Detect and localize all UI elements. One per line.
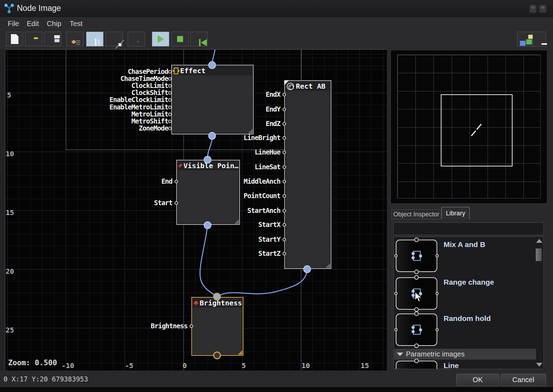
resize-grip[interactable] [326,263,330,268]
menu-file[interactable]: File [8,20,19,28]
input-pin[interactable] [174,201,178,205]
resize-grip[interactable] [248,129,253,133]
node-body [173,75,252,133]
library-item-thumbnail[interactable] [396,314,437,346]
library-item-thumbnail[interactable] [396,240,437,272]
flow-port-in[interactable] [213,293,221,301]
input-label: PointCount [244,192,280,200]
remove-button[interactable] [533,32,546,46]
layers-button[interactable] [517,32,534,46]
input-pin[interactable] [168,84,172,88]
stop-button[interactable] [171,32,189,46]
library-search-input[interactable] [393,222,544,235]
preview-grid [397,55,541,198]
new-file-button[interactable] [6,32,23,46]
library-item-label[interactable]: Mix A and B [444,240,485,249]
wizard-button[interactable] [66,32,83,46]
grid-toggle-button[interactable] [86,32,103,46]
input-pin[interactable] [168,113,172,116]
y-tick: 20 [6,267,14,276]
resize-grip[interactable] [238,350,242,355]
input-pin[interactable] [168,106,172,109]
library-section-parametric-images[interactable]: Parametric images [394,349,536,360]
node-title: Effect [180,67,205,75]
input-label: LineHue [255,148,280,156]
library-scrollbar[interactable] [535,237,543,369]
input-pin[interactable] [282,238,286,241]
play-button[interactable] [152,32,169,46]
thumb-port-icon [414,311,419,316]
input-label: End [161,177,172,185]
input-pin[interactable] [190,324,193,328]
input-pin[interactable] [282,165,286,169]
thumb-port-icon [436,292,439,295]
input-label: EnableMetroLimit [109,103,168,111]
flow-port-out[interactable] [303,265,311,273]
flow-port-in[interactable] [208,61,216,69]
input-pin[interactable] [282,252,286,255]
flow-port-out[interactable] [204,221,211,229]
thumb-port-icon [414,359,419,363]
input-pin[interactable] [168,98,172,102]
input-pin[interactable] [282,108,286,111]
input-pin[interactable] [282,136,286,140]
flow-port-out[interactable] [213,352,221,359]
window-control-icon[interactable] [529,5,536,13]
scroll-down-icon[interactable] [536,363,542,367]
menu-test[interactable]: Test [70,20,83,28]
tab-object-inspector[interactable]: Object Inspector [392,209,441,219]
input-label: ChasePeriod [128,68,168,75]
input-pin[interactable] [282,223,286,227]
library-item-label[interactable]: Line [444,361,459,369]
flow-port-out[interactable] [208,132,216,140]
library-item-label[interactable]: Range change [444,278,494,286]
cancel-button[interactable]: Cancel [501,374,546,386]
input-pin[interactable] [282,209,286,213]
node-body [178,170,238,223]
scrollbar-thumb[interactable] [535,248,542,261]
menu-chip[interactable]: Chip [47,20,61,28]
target-icon [287,83,294,90]
input-pin[interactable] [168,120,172,123]
input-pin[interactable] [282,194,286,198]
input-pin[interactable] [168,127,172,130]
input-pin[interactable] [282,180,286,183]
node-effect[interactable]: Effect [171,65,254,134]
input-pin[interactable] [282,93,286,96]
resize-grip[interactable] [234,219,239,224]
input-pin[interactable] [174,180,178,183]
input-label: EndZ [266,120,280,127]
node-title: Rect AB [296,82,325,90]
flow-port-in[interactable] [204,156,211,164]
open-file-button[interactable] [25,32,42,46]
node-brightness[interactable]: Brightness [191,297,243,356]
input-pin[interactable] [168,91,172,95]
zoom-level-label: Zoom: 0.500 [8,359,57,367]
input-label: ClockShift [132,89,168,96]
thumb-port-icon [414,343,419,348]
window-control-icon[interactable] [539,5,546,13]
x-tick: 10 [301,361,310,370]
save-button[interactable] [44,32,61,46]
skip-to-start-button[interactable] [190,32,208,46]
new-file-icon [11,34,19,44]
stop-icon [177,36,183,42]
tag-button[interactable] [128,32,145,46]
node-visible-points[interactable]: Visible Poin… [176,160,240,225]
connection-tool-button[interactable] [106,32,123,46]
node-rect-ab[interactable]: Rect AB [284,80,331,269]
diamond-icon [178,163,183,168]
tab-library[interactable]: Library [441,207,470,219]
ok-button[interactable]: OK [456,374,499,386]
library-item-label[interactable]: Random hold [444,314,491,323]
bottom-strip [0,387,553,392]
library-item-thumbnail[interactable] [396,361,437,369]
input-pin[interactable] [168,77,172,81]
input-pin[interactable] [282,151,286,154]
input-label: MiddleAnch [244,177,280,185]
node-canvas[interactable]: 5 10 15 20 25 -10 -5 0 5 10 15 Zoom: 0.5… [5,49,387,371]
input-pin[interactable] [282,122,286,126]
menu-edit[interactable]: Edit [27,20,39,28]
input-pin[interactable] [168,70,172,74]
scroll-up-icon[interactable] [536,239,542,243]
